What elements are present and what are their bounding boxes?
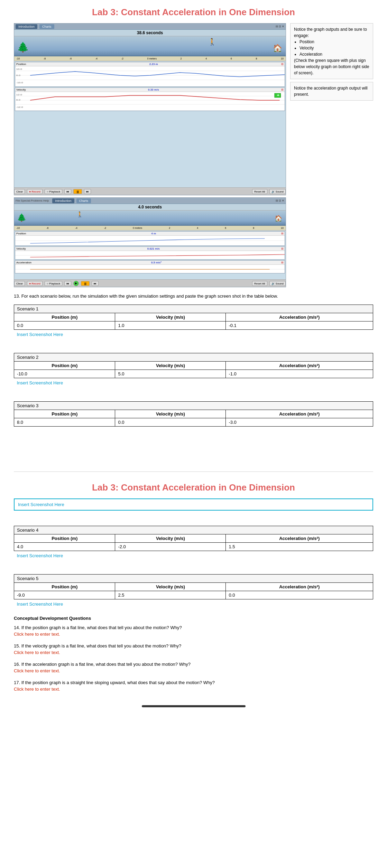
sim1-sound-btn[interactable]: 🔊 Sound	[269, 189, 286, 194]
q16-answer[interactable]: Click here to enter text.	[14, 668, 60, 673]
annotation-2: Notice the acceleration graph output wil…	[290, 82, 373, 101]
velocity-label: Velocity	[16, 88, 26, 91]
acc2-label: Acceleration	[16, 261, 31, 264]
annotation1-text: Notice the graph outputs and be sure to …	[294, 26, 369, 39]
svg-text:12.0: 12.0	[16, 93, 22, 96]
svg-text:0.0: 0.0	[16, 99, 20, 101]
sim2-play-btn[interactable]: ▶	[73, 281, 79, 286]
velocity-value: 0.33 m/s	[148, 88, 159, 91]
col-position: Position (m)	[14, 313, 115, 321]
sim2-sound-btn[interactable]: 🔊 Sound	[269, 281, 286, 286]
sim1-clear-btn[interactable]: Clear	[14, 189, 25, 194]
sim2-playback-radio[interactable]: ○ Playback	[45, 281, 63, 286]
annotation1-bullet-position: Position	[300, 39, 369, 45]
svg-text:10.0: 10.0	[16, 68, 22, 70]
scenario-5-table: Scenario 5 Position (m) Velocity (m/s) A…	[14, 574, 373, 609]
scenario-1-label: Scenario 1	[14, 305, 373, 313]
col-acceleration-3: Acceleration (m/s²)	[226, 410, 373, 418]
sim2-scene: 🌲 🏠 🚶	[14, 211, 286, 226]
s5-insert-screenshot[interactable]: Insert Screenshot Here	[17, 601, 63, 607]
sim1-playback-radio[interactable]: ○ Playback	[45, 189, 63, 194]
sim1-tab-intro[interactable]: Introduction	[16, 24, 37, 29]
man2-icon: 🚶	[76, 211, 83, 218]
svg-text:+: +	[277, 93, 279, 97]
sim2-tab-intro[interactable]: Introduction	[52, 198, 74, 203]
question-15: 15. If the velocity graph is a flat line…	[14, 643, 373, 656]
svg-text:-12.0: -12.0	[16, 106, 23, 108]
col-acceleration-4: Acceleration (m/s²)	[226, 534, 373, 542]
sim2-rewind-btn[interactable]: ⏮	[64, 281, 71, 286]
sim1-scene: 🌲 🏠 🚶	[14, 36, 286, 56]
svg-rect-18	[15, 251, 285, 260]
svg-text:-10.0: -10.0	[16, 81, 23, 84]
q15-answer[interactable]: Click here to enter text.	[14, 650, 60, 655]
annotation1-note: (Check the green square with plus sign b…	[294, 57, 369, 76]
s1-acceleration: -0.1	[226, 321, 373, 329]
sim2-title-bar: File Special-Problems Help Introduction …	[14, 198, 286, 204]
question-17: 17. If the position graph is a straight …	[14, 679, 373, 693]
sim1-tab-charts[interactable]: Charts	[39, 24, 54, 29]
sim2-reset-btn[interactable]: Reset All	[252, 281, 267, 286]
col-acceleration-5: Acceleration (m/s²)	[226, 582, 373, 591]
sim2-window-controls: ⊟ ⊡ ✕	[276, 199, 284, 202]
sim1-window-controls: ⊟ ⊡ ✕	[276, 25, 284, 28]
col-velocity-3: Velocity (m/s)	[115, 410, 226, 418]
s1-position: 0.0	[14, 321, 115, 329]
section-divider	[14, 472, 373, 472]
man-icon: 🚶	[208, 38, 216, 46]
s4-position: 4.0	[14, 542, 115, 551]
house-icon: 🏠	[273, 44, 282, 53]
simulation-screen-1: Introduction Charts ⊟ ⊡ ✕ 38.6 seconds 🌲…	[14, 23, 286, 195]
sim2-pause-btn[interactable]: ⏸	[81, 281, 90, 286]
acc2-value: 0.5 m/s²	[151, 261, 162, 264]
q14-text: 14. If the position graph is a flat line…	[14, 625, 182, 630]
sim1-pause-btn[interactable]: ⏸	[73, 189, 82, 194]
question-16: 16. If the acceleration graph is a flat …	[14, 661, 373, 674]
scenario-3-table: Scenario 3 Position (m) Velocity (m/s) A…	[14, 401, 373, 427]
sim2-position-graph: Position 4 m ⊟	[15, 231, 285, 246]
s2-insert-screenshot[interactable]: Insert Screenshot Here	[17, 380, 63, 385]
conceptual-header: Conceptual Development Questions	[14, 616, 373, 621]
scenario-3-label: Scenario 3	[14, 401, 373, 410]
simulation-screen-2: File Special-Problems Help Introduction …	[14, 197, 286, 287]
progress-bar	[142, 705, 246, 707]
q17-answer[interactable]: Click here to enter text.	[14, 687, 60, 692]
s4-acceleration: 1.5	[226, 542, 373, 551]
sim1-reset-btn[interactable]: Reset All	[252, 189, 267, 194]
s2-velocity: 5.0	[115, 370, 226, 378]
annotation1-bullet-velocity: Velocity	[300, 45, 369, 51]
s5-acceleration: 0.0	[226, 591, 373, 599]
sim2-clear-btn[interactable]: Clear	[14, 281, 25, 286]
s4-insert-screenshot[interactable]: Insert Screenshot Here	[17, 553, 63, 558]
col-position-2: Position (m)	[14, 361, 115, 370]
scenarios-part1: Scenario 1 Position (m) Velocity (m/s) A…	[14, 305, 373, 427]
standalone-insert-screenshot[interactable]: Insert Screenshot Here	[14, 498, 373, 511]
s5-position: -9.0	[14, 591, 115, 599]
q17-text: 17. If the position graph is a straight …	[14, 680, 215, 685]
annotation2-text: Notice the acceleration graph output wil…	[294, 85, 369, 97]
sim2-acceleration-graph: Acceleration 0.5 m/s² ⊟	[15, 260, 285, 273]
col-velocity-5: Velocity (m/s)	[115, 582, 226, 591]
scenarios-part2: Scenario 4 Position (m) Velocity (m/s) A…	[14, 526, 373, 609]
svg-text:0.0: 0.0	[16, 74, 20, 76]
s1-insert-screenshot[interactable]: Insert Screenshot Here	[17, 332, 63, 337]
question-14: 14. If the position graph is a flat line…	[14, 624, 373, 638]
scenario-2-label: Scenario 2	[14, 353, 373, 361]
sim2-controls: Clear ● Record ○ Playback ⏮ ▶ ⏸ ⏭ Reset …	[14, 279, 286, 287]
s3-acceleration: -3.0	[226, 418, 373, 426]
col-velocity-2: Velocity (m/s)	[115, 361, 226, 370]
sim1-timer: 38.6 seconds	[14, 30, 286, 36]
sim2-ruler: -10-6-4-2 0 meters 246810	[14, 226, 286, 231]
scenario-1-table: Scenario 1 Position (m) Velocity (m/s) A…	[14, 305, 373, 339]
position-value: 2.23 m	[149, 63, 158, 66]
sim2-record-radio[interactable]: ● Record	[27, 281, 43, 286]
q16-text: 16. If the acceleration graph is a flat …	[14, 662, 191, 667]
sim1-record-radio[interactable]: ● Record	[27, 189, 43, 194]
s5-velocity: 2.5	[115, 591, 226, 599]
tree2-icon: 🌲	[17, 213, 26, 222]
sim1-forward-btn[interactable]: ⏭	[84, 189, 91, 194]
sim2-forward-btn[interactable]: ⏭	[92, 281, 99, 286]
q14-answer[interactable]: Click here to enter text.	[14, 632, 60, 637]
sim1-rewind-btn[interactable]: ⏮	[64, 189, 71, 194]
sim2-tab-charts[interactable]: Charts	[76, 198, 91, 203]
